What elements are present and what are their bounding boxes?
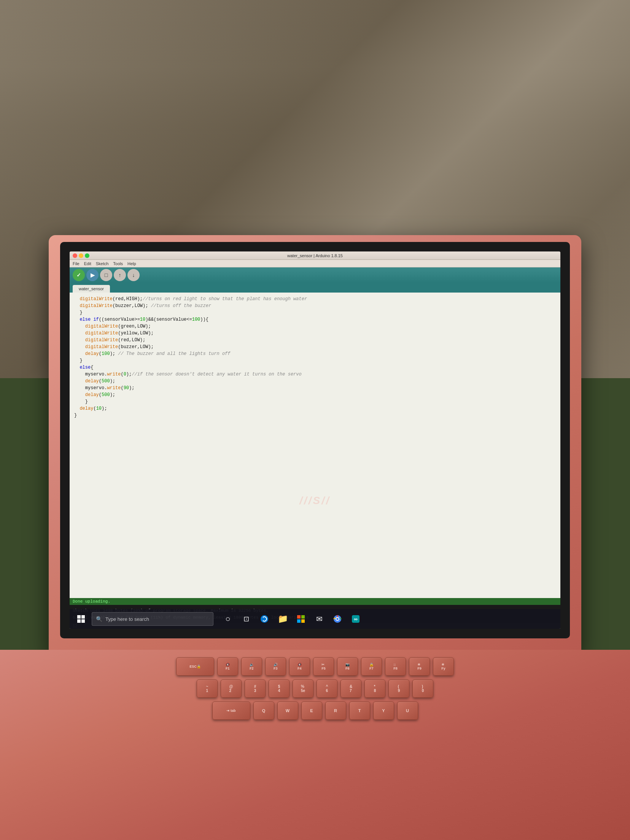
- code-line-5: digitalWrite(green,LOW);: [74, 323, 556, 330]
- key-e[interactable]: E: [301, 702, 322, 720]
- svg-point-11: [336, 618, 339, 620]
- code-line-7: digitalWrite(red,LOW);: [74, 337, 556, 344]
- key-5[interactable]: %5e: [293, 679, 313, 698]
- key-6[interactable]: ^6: [317, 679, 337, 698]
- code-line-8: digitalWrite(buzzer,LOW);: [74, 344, 556, 350]
- key-f1[interactable]: 🔇F1: [217, 657, 238, 676]
- code-line-17: delay(10);: [74, 405, 556, 412]
- svg-text:∞: ∞: [354, 616, 358, 622]
- svg-rect-2: [77, 619, 81, 623]
- svg-rect-0: [77, 615, 81, 619]
- function-row: ESC🔒 🔇F1 🔉F2 🔊F3 🔇F4 ✂F5 📷F6 🔒F7 ::F8 ☀F…: [176, 657, 454, 676]
- code-line-1: digitalWrite(red,HIGH);//turns on red li…: [74, 296, 556, 302]
- code-line-18: }: [74, 412, 556, 419]
- search-bar[interactable]: 🔍 Type here to search: [92, 612, 213, 626]
- key-f4[interactable]: 🔇F4: [289, 657, 310, 676]
- key-q[interactable]: Q: [253, 702, 274, 720]
- taskbar-mail[interactable]: ✉: [312, 611, 327, 627]
- code-editor[interactable]: digitalWrite(red,HIGH);//turns on red li…: [70, 293, 560, 598]
- key-4[interactable]: $4: [269, 679, 290, 698]
- menu-file[interactable]: File: [73, 261, 80, 266]
- key-r[interactable]: R: [325, 702, 346, 720]
- search-placeholder-text: Type here to search: [105, 616, 149, 622]
- msi-logo: ///S//: [299, 495, 331, 507]
- open-button[interactable]: ↑: [114, 269, 126, 281]
- svg-rect-5: [297, 615, 301, 619]
- key-u[interactable]: U: [397, 702, 418, 720]
- new-button[interactable]: □: [100, 269, 112, 281]
- close-dot[interactable]: [73, 253, 77, 258]
- svg-rect-6: [301, 615, 305, 619]
- svg-rect-1: [81, 615, 85, 619]
- key-3[interactable]: #3: [245, 679, 266, 698]
- key-f7[interactable]: 🔒F7: [361, 657, 382, 676]
- console-status: Done uploading.: [70, 598, 560, 605]
- key-8[interactable]: *8: [364, 679, 385, 698]
- start-button[interactable]: [73, 611, 89, 627]
- code-line-10: }: [74, 357, 556, 364]
- upload-button[interactable]: ▶: [86, 269, 99, 281]
- code-line-14: myservo.write(90);: [74, 385, 556, 391]
- keyboard: ESC🔒 🔇F1 🔉F2 🔊F3 🔇F4 ✂F5 📷F6 🔒F7 ::F8 ☀F…: [0, 650, 630, 840]
- key-f3[interactable]: 🔊F3: [265, 657, 286, 676]
- key-f8[interactable]: ::F8: [385, 657, 406, 676]
- menu-help[interactable]: Help: [127, 261, 136, 266]
- code-line-12: myservo.write(0);//if the sensor doesn't…: [74, 371, 556, 378]
- code-line-15: delay(500);: [74, 391, 556, 398]
- key-f6[interactable]: 📷F6: [337, 657, 358, 676]
- menu-bar: File Edit Sketch Tools Help: [70, 260, 560, 267]
- verify-button[interactable]: ✓: [73, 269, 85, 281]
- code-line-13: delay(500);: [74, 378, 556, 385]
- taskbar-task-view[interactable]: ⊡: [239, 611, 254, 627]
- code-line-3: }: [74, 309, 556, 316]
- search-icon: 🔍: [96, 616, 102, 622]
- taskbar-chrome[interactable]: [330, 611, 345, 627]
- taskbar-cortana[interactable]: ○: [220, 611, 235, 627]
- key-tilde[interactable]: ~1: [197, 679, 218, 698]
- save-button[interactable]: ↓: [127, 269, 140, 281]
- key-f2[interactable]: 🔉F2: [241, 657, 262, 676]
- number-row: ~1 @2 #3 $4 %5e ^6 &7 *8 (9 )0: [197, 679, 433, 698]
- svg-rect-8: [301, 619, 305, 623]
- code-line-11: else{: [74, 364, 556, 371]
- key-y[interactable]: Y: [373, 702, 394, 720]
- tab-bar: water_sensor: [70, 283, 560, 293]
- svg-rect-7: [297, 619, 301, 623]
- qwerty-row: ⇥ tab Q W E R T Y U: [212, 702, 418, 720]
- taskbar-explorer[interactable]: 📁: [275, 611, 290, 627]
- code-line-6: digitalWrite(yellow,LOW);: [74, 330, 556, 337]
- key-2[interactable]: @2: [221, 679, 242, 698]
- key-tab[interactable]: ⇥ tab: [212, 702, 250, 720]
- key-esc[interactable]: ESC🔒: [176, 657, 214, 676]
- code-line-16: }: [74, 398, 556, 405]
- menu-edit[interactable]: Edit: [84, 261, 91, 266]
- key-f5[interactable]: ✂F5: [313, 657, 334, 676]
- screen: water_sensor | Arduino 1.8.15 File Edit …: [70, 251, 560, 629]
- key-7[interactable]: &7: [340, 679, 361, 698]
- code-line-2: digitalWrite(buzzer,LOW); //turns off th…: [74, 302, 556, 309]
- taskbar-icons: ○ ⊡ 📁: [220, 611, 363, 627]
- key-f9[interactable]: ☀F9: [409, 657, 430, 676]
- window-title: water_sensor | Arduino 1.8.15: [287, 253, 343, 258]
- taskbar-store[interactable]: [293, 611, 309, 627]
- screen-bezel: water_sensor | Arduino 1.8.15 File Edit …: [60, 242, 570, 638]
- taskbar-arduino[interactable]: ∞: [348, 611, 363, 627]
- maximize-dot[interactable]: [85, 253, 89, 258]
- tab-water-sensor[interactable]: water_sensor: [73, 285, 110, 293]
- code-line-4: else if((sensorValue>=10)&&(sensorValue<…: [74, 316, 556, 323]
- title-bar: water_sensor | Arduino 1.8.15: [70, 251, 560, 260]
- key-w[interactable]: W: [277, 702, 298, 720]
- minimize-dot[interactable]: [79, 253, 83, 258]
- key-0[interactable]: )0: [412, 679, 433, 698]
- taskbar: 🔍 Type here to search ○ ⊡ 📁: [70, 609, 560, 629]
- key-f10[interactable]: ☀Fy: [433, 657, 454, 676]
- key-t[interactable]: T: [349, 702, 370, 720]
- laptop-body: water_sensor | Arduino 1.8.15 File Edit …: [49, 235, 581, 654]
- key-9[interactable]: (9: [388, 679, 409, 698]
- code-line-9: delay(100); // The buzzer and all the li…: [74, 350, 556, 357]
- svg-rect-3: [81, 619, 85, 623]
- menu-tools[interactable]: Tools: [113, 261, 123, 266]
- menu-sketch[interactable]: Sketch: [96, 261, 109, 266]
- taskbar-edge[interactable]: [257, 611, 272, 627]
- toolbar: ✓ ▶ □ ↑ ↓: [70, 267, 560, 283]
